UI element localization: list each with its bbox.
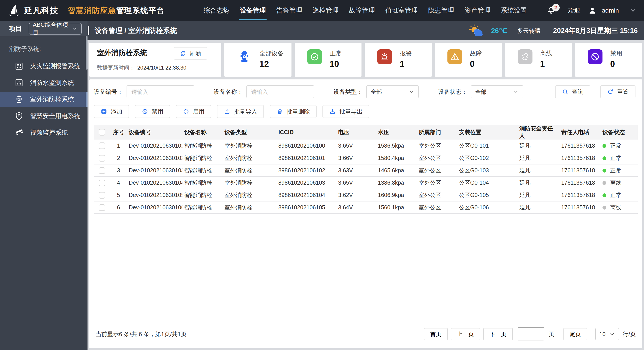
project-select-value: ABC综合体项目 xyxy=(33,21,72,36)
check-circle-icon xyxy=(310,52,320,62)
link-broken-icon xyxy=(520,52,530,62)
breadcrumb-accent-bar xyxy=(88,26,89,35)
cell-iccid: 898610202106100 xyxy=(276,140,336,152)
device-type-label: 设备类型： xyxy=(334,88,362,96)
sidebar-item-label: 智慧安全用电系统 xyxy=(30,112,80,120)
nav-item[interactable]: 资产管理 xyxy=(459,0,496,21)
username[interactable]: admin xyxy=(602,7,619,14)
nav-item[interactable]: 故障管理 xyxy=(344,0,380,21)
user-menu-chevron-icon[interactable] xyxy=(630,7,636,14)
row-checkbox[interactable] xyxy=(99,167,105,174)
cell-device_no: Dev-01020210630105 xyxy=(127,189,182,201)
cell-location: 公区G0-101 xyxy=(457,140,518,152)
nav-item[interactable]: 告警管理 xyxy=(271,0,308,21)
cell-name: 智能消防栓 xyxy=(182,176,222,189)
status-dot xyxy=(602,194,606,197)
cell-voltage: 3.62V xyxy=(336,189,376,201)
action-button[interactable]: 批量删除 xyxy=(270,105,316,118)
nav-item[interactable]: 系统设置 xyxy=(496,0,532,21)
cell-dept: 室外公区 xyxy=(417,140,457,152)
top-header: 延凡科技 智慧消防应急管理系统平台 综合态势设备管理告警管理巡检管理故障管理值班… xyxy=(0,0,644,21)
row-checkbox[interactable] xyxy=(99,155,105,162)
action-label: 批量导出 xyxy=(339,108,362,116)
main-nav: 综合态势设备管理告警管理巡检管理故障管理值班室管理隐患管理资产管理系统设置 xyxy=(198,0,532,21)
sidebar-item[interactable]: 智慧安全用电系统 xyxy=(0,108,88,124)
cell-no: 1 xyxy=(110,140,127,152)
pagination: 当前显示6 条/共 6 条，第1页/共1页 首页 上一页 下一页 页 尾页 10… xyxy=(94,323,638,343)
refresh-button[interactable]: 刷新 xyxy=(174,47,207,60)
action-button[interactable]: 添加 xyxy=(94,105,129,118)
device-type-value: 全部 xyxy=(371,88,382,96)
notification-badge: 2 xyxy=(552,4,560,12)
stat-label: 全部设备 xyxy=(260,49,284,58)
filter-device-no: 设备编号： xyxy=(94,85,194,98)
action-button[interactable]: 批量导出 xyxy=(322,105,369,118)
nav-item[interactable]: 值班室管理 xyxy=(380,0,423,21)
cell-iccid: 898610202106104 xyxy=(276,189,336,201)
select-all-checkbox[interactable] xyxy=(99,129,105,136)
nav-item[interactable]: 巡检管理 xyxy=(308,0,344,21)
cell-owner: 延凡 xyxy=(518,201,560,214)
col-phone: 责任人电话 xyxy=(560,125,601,140)
per-page-unit-label: 行/页 xyxy=(623,330,636,338)
stat-card: 禁用0 xyxy=(575,43,642,77)
device-panel: 设备编号： 设备名称： 设备类型： 全部 设备状态： xyxy=(89,80,642,348)
data-update-time: 数据更新时间：2024/10/11 22:38:30 xyxy=(97,64,214,71)
reset-icon xyxy=(607,88,614,95)
row-checkbox[interactable] xyxy=(99,204,105,211)
device-type-select[interactable]: 全部 xyxy=(366,85,419,98)
cell-type: 室外消防栓 xyxy=(222,189,276,201)
cell-location: 公区G0-103 xyxy=(457,164,518,176)
col-device-no: 设备编号 xyxy=(127,125,182,140)
action-buttons-row: 添加禁用启用批量导入批量删除批量导出 xyxy=(94,105,638,118)
action-button[interactable]: 批量导入 xyxy=(217,105,264,118)
nav-item[interactable]: 综合态势 xyxy=(198,0,235,21)
status-text: 正常 xyxy=(610,155,621,161)
sidebar-scrollbar[interactable] xyxy=(86,36,88,70)
project-select[interactable]: ABC综合体项目 xyxy=(29,23,82,34)
cell-pressure: 1465.6kpa xyxy=(376,164,417,176)
fire-alarm-panel-icon xyxy=(14,62,24,71)
row-checkbox[interactable] xyxy=(99,180,105,186)
col-type: 设备类型 xyxy=(222,125,276,140)
sidebar-item-label: 视频监控系统 xyxy=(30,128,68,137)
cell-dept: 室外公区 xyxy=(417,164,457,176)
cell-voltage: 3.63V xyxy=(336,164,376,176)
cell-pressure: 1606.9kpa xyxy=(376,189,417,201)
brand-product: 智慧消防应急管理系统平台 xyxy=(68,6,165,16)
cell-phone: 17611357618 xyxy=(560,152,601,164)
nav-item[interactable]: 设备管理 xyxy=(235,0,271,21)
cell-owner: 延凡 xyxy=(518,176,560,189)
filter-device-type: 设备类型： 全部 xyxy=(334,85,419,98)
status-dot xyxy=(602,156,606,160)
row-checkbox[interactable] xyxy=(99,142,105,149)
sidebar-item[interactable]: 视频监控系统 xyxy=(0,125,88,140)
next-page-button[interactable]: 下一页 xyxy=(483,328,513,340)
page-number-input[interactable] xyxy=(518,327,544,341)
action-button[interactable]: 启用 xyxy=(176,105,211,118)
search-button[interactable]: 查询 xyxy=(555,85,590,98)
shield-flame-icon xyxy=(14,111,24,121)
user-avatar-icon[interactable] xyxy=(588,6,597,15)
device-name-input[interactable] xyxy=(246,85,314,98)
device-no-input[interactable] xyxy=(126,85,194,98)
first-page-button[interactable]: 首页 xyxy=(424,328,448,340)
prev-page-button[interactable]: 上一页 xyxy=(451,328,480,340)
sidebar-item[interactable]: 火灾监测报警系统 xyxy=(0,59,88,74)
nav-item[interactable]: 隐患管理 xyxy=(423,0,459,21)
action-button[interactable]: 禁用 xyxy=(135,105,170,118)
cell-phone: 17611357618 xyxy=(560,201,601,214)
device-status-select[interactable]: 全部 xyxy=(471,85,523,98)
circle-dashed-icon xyxy=(183,108,190,115)
sidebar-item[interactable]: 消防水监测系统 xyxy=(0,76,88,90)
action-label: 禁用 xyxy=(152,108,163,116)
last-page-button[interactable]: 尾页 xyxy=(564,328,587,340)
table-row: 2Dev-01020210630102智能消防栓室外消防栓89861020210… xyxy=(94,152,638,164)
datetime: 2024年8月3日星期三 15:16 xyxy=(553,26,638,36)
notification-bell[interactable]: 2 xyxy=(546,6,556,16)
sidebar-item[interactable]: 室外消防栓系统 xyxy=(0,92,88,107)
row-checkbox[interactable] xyxy=(99,192,105,198)
page-size-select[interactable]: 10 xyxy=(595,328,619,340)
reset-label: 重置 xyxy=(617,88,629,96)
reset-button[interactable]: 重置 xyxy=(600,85,636,98)
